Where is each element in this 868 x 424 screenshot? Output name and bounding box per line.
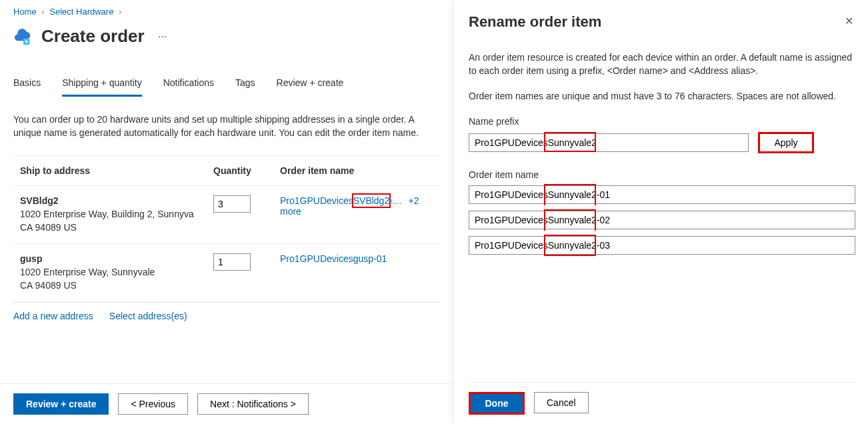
highlight-box: Done [469,392,525,415]
address-name: SVBldg2 [20,195,213,206]
panel-footer: Done Cancel [469,382,856,424]
breadcrumb-select-hardware[interactable]: Select Hardware [49,7,113,17]
col-header-quantity: Quantity [213,165,280,176]
address-lines: 1020 Enterprise Way, Building 2, Sunnyva… [20,207,213,234]
apply-button[interactable]: Apply [760,134,812,151]
name-prefix-input[interactable] [469,133,749,152]
tab-notifications[interactable]: Notifications [163,77,214,97]
add-address-link[interactable]: Add a new address [13,311,93,321]
previous-button[interactable]: < Previous [118,393,188,415]
page-title: Create order [41,26,145,47]
tab-shipping-quantity[interactable]: Shipping + quantity [62,77,141,97]
chevron-right-icon: › [116,7,124,17]
order-item-name-input[interactable] [469,236,855,255]
tab-basics[interactable]: Basics [13,77,41,97]
table-row: gusp 1020 Enterprise Way, Sunnyvale CA 9… [13,244,440,302]
order-item-link[interactable]: Pro1GPUDevicesgusp-01 [280,253,387,264]
order-item-name-input[interactable] [469,211,855,229]
address-name: gusp [20,253,213,264]
cloud-device-icon [13,27,32,46]
cancel-button[interactable]: Cancel [534,392,589,413]
highlight-box: Apply [758,132,814,153]
select-addresses-link[interactable]: Select address(es) [109,311,187,321]
review-create-button[interactable]: Review + create [13,393,109,415]
quantity-input[interactable] [213,195,251,213]
wizard-footer: Review + create < Previous Next : Notifi… [0,383,453,424]
panel-title: Rename order item [469,13,601,31]
tab-tags[interactable]: Tags [235,77,255,97]
panel-description-2: Order item names are unique and must hav… [469,89,856,103]
tab-review-create[interactable]: Review + create [277,77,344,97]
order-item-link[interactable]: Pro1GPUDevicesSVBldg2-… [280,195,402,206]
svg-point-1 [25,40,28,43]
order-item-name-input[interactable] [469,185,855,204]
col-header-item-name: Order item name [280,165,440,176]
chevron-right-icon: › [39,7,47,17]
tab-description: You can order up to 20 hardware units an… [13,113,440,139]
table-row: SVBldg2 1020 Enterprise Way, Building 2,… [13,186,440,244]
col-header-address: Ship to address [20,165,213,176]
panel-description-1: An order item resource is created for ea… [469,51,856,77]
close-icon[interactable]: ✕ [842,13,856,29]
name-prefix-label: Name prefix [469,115,856,128]
tabs: Basics Shipping + quantity Notifications… [13,77,440,97]
next-button[interactable]: Next : Notifications > [197,393,309,415]
breadcrumb: Home › Select Hardware › [13,7,440,17]
quantity-input[interactable] [213,253,251,271]
breadcrumb-home[interactable]: Home [13,7,37,17]
address-table: Ship to address Quantity Order item name… [13,155,440,303]
more-icon[interactable]: ··· [154,31,167,43]
address-lines: 1020 Enterprise Way, Sunnyvale CA 94089 … [20,265,213,292]
order-item-name-label: Order item name [469,168,856,181]
done-button[interactable]: Done [471,394,523,413]
rename-panel: Rename order item ✕ An order item resour… [453,0,868,424]
